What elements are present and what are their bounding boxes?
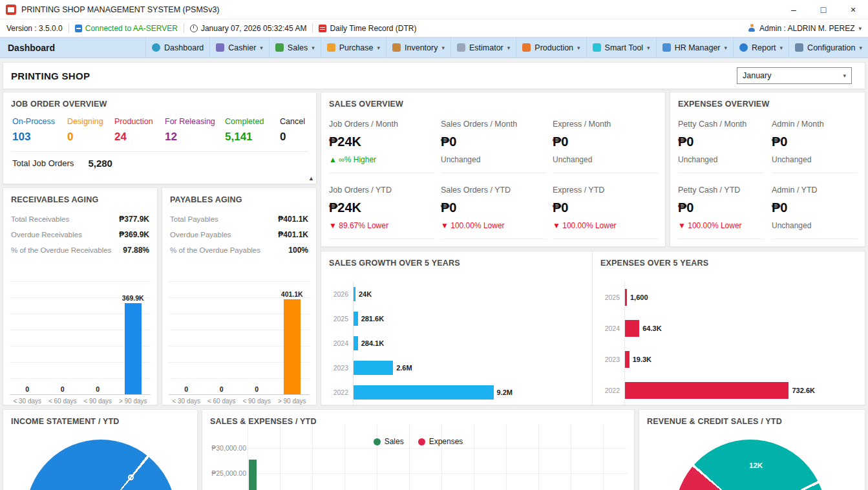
bar-category-label: < 30 days [10, 398, 45, 405]
bar [284, 299, 301, 394]
bar-slot: 0 [239, 266, 275, 394]
card-title: EXPENSES OVER 5 YEARS [593, 251, 865, 268]
bar [125, 303, 142, 394]
nav-item-inventory[interactable]: Inventory ▾ [386, 37, 450, 58]
card-title: SALES OVERVIEW [321, 92, 665, 109]
expenses-metrics-grid: Petty Cash / Month ₱0 Unchanged Admin / … [678, 120, 857, 239]
status-value: 103 [12, 131, 67, 144]
sales-growth-chart: 202624K2025281.6K2024284.1K20232.6M20229… [329, 282, 583, 405]
nav-item-label: Dashboard [164, 43, 204, 52]
metric-change: ▲ ∞% Higher [329, 155, 435, 164]
clock-icon [190, 25, 198, 32]
metric-label: Sales Orders / YTD [441, 186, 547, 195]
purchase-icon [327, 43, 335, 52]
nav-item-estimator[interactable]: Estimator ▾ [450, 37, 516, 58]
separator [184, 23, 184, 33]
summary-row: % of the Overdue Receivables 97.88% [11, 242, 149, 258]
card-title: JOB ORDER OVERVIEW [3, 92, 316, 109]
row-value: 100% [288, 246, 308, 255]
bar-track: 2.6M [353, 356, 583, 380]
bar-slot: 0 [45, 266, 81, 394]
pie-slice-label: 12K [749, 462, 763, 469]
metric-label: Sales Orders / Month [441, 120, 547, 129]
nav-item-sales[interactable]: Sales ▾ [269, 37, 321, 58]
metric-change: Unchanged [772, 221, 858, 230]
receivables-summary: Total Receivables ₱377.9K Overdue Receiv… [11, 211, 149, 258]
close-button[interactable]: × [838, 0, 868, 19]
metric-label: Petty Cash / Month [678, 120, 764, 129]
summary-row: % of the Overdue Payables 100% [170, 242, 308, 258]
bar-category-label: 2022 [329, 389, 348, 396]
user-icon [748, 24, 756, 32]
nav-item-smart-tool[interactable]: Smart Tool ▾ [586, 37, 656, 58]
bar-row: 20251,600 [600, 282, 856, 313]
bar-value-label: 1,600 [630, 293, 648, 301]
metric-sales-orders-month: Sales Orders / Month ₱0 Unchanged [441, 120, 547, 173]
metric-change: Unchanged [678, 155, 764, 164]
scroll-up-icon[interactable]: ▲ [308, 175, 314, 182]
five-year-charts-card: SALES GROWTH OVER 5 YEARS 202624K2025281… [321, 251, 865, 405]
connection-label: Connected to AA-SERVER [85, 24, 178, 33]
dtr-link[interactable]: Daily Time Record (DTR) [319, 24, 416, 33]
bar-category-label: > 90 days [116, 398, 151, 405]
metric-value: ₱0 [441, 134, 547, 149]
bar-track: 732.6K [624, 375, 856, 406]
month-filter-select[interactable]: January ▾ [737, 67, 852, 84]
nav-item-dashboard[interactable]: Dashboard [145, 37, 209, 58]
nav-item-label: Cashier [228, 43, 256, 52]
title-bar: PRINTING SHOP MANAGEMENT SYSTEM (PSMSv3)… [0, 0, 868, 19]
bar [354, 361, 393, 375]
status-label: Completed [225, 117, 280, 126]
bar-slot: 0 [80, 266, 116, 394]
summary-row: Total Receivables ₱377.9K [11, 211, 149, 227]
bar-category-label: > 90 days [275, 398, 310, 405]
income-statement-card: INCOME STATEMENT / YTD [3, 409, 198, 490]
nav-item-hr-manager[interactable]: HR Manager ▾ [656, 37, 733, 58]
metric-job-orders-month: Job Orders / Month ₱24K ▲ ∞% Higher [329, 120, 435, 173]
legend-label: Sales [385, 437, 404, 446]
metric-value: ₱0 [553, 134, 659, 149]
income-pie-chart [26, 440, 176, 490]
chevron-down-icon: ▾ [859, 45, 862, 51]
nav-item-purchase[interactable]: Purchase ▾ [321, 37, 386, 58]
connection-status: Connected to AA-SERVER [75, 24, 178, 33]
payables-aging-chart: 000401.1K< 30 days< 60 days< 90 days> 90… [169, 266, 310, 405]
sales-column-bar [249, 460, 257, 490]
nav-item-configuration[interactable]: Configuration ▾ [789, 37, 868, 58]
bar-value-label: 369.9K [122, 294, 144, 302]
nav-item-production[interactable]: Production ▾ [516, 37, 586, 58]
status-designing: Designing 0 [67, 117, 114, 144]
legend-dot [374, 438, 381, 445]
separator [69, 23, 69, 33]
metric-value: ₱0 [772, 134, 858, 149]
bar-category-label: 2023 [600, 356, 620, 363]
metric-express-ytd: Express / YTD ₱0 ▼ 100.00% Lower [553, 186, 659, 239]
nav-item-report[interactable]: Report ▾ [733, 37, 789, 58]
chevron-down-icon: ▾ [725, 45, 728, 51]
maximize-button[interactable]: □ [809, 0, 838, 19]
job-order-statuses: On-Process 103 Designing 0 Production 24… [12, 117, 307, 144]
status-value: 0 [280, 131, 305, 144]
legend-label: Expenses [429, 437, 463, 446]
status-value: 12 [165, 131, 225, 144]
y-axis-tick: ₱25,000.00 [206, 469, 246, 477]
minimize-button[interactable]: – [779, 0, 809, 19]
sales-expenses-card: SALES & EXPENSES / YTD ₱30,000.00 ₱25,00… [202, 409, 635, 490]
metric-change: Unchanged [772, 155, 858, 164]
bar-row: 202319.3K [600, 344, 856, 375]
receivables-aging-chart: 000369.9K< 30 days< 60 days< 90 days> 90… [10, 266, 151, 405]
bar-category-label: < 90 days [239, 398, 275, 405]
metric-change: ▼ 100.00% Lower [441, 221, 547, 230]
admin-menu[interactable]: Admin : ALDRIN M. PEREZ ▾ [748, 24, 862, 33]
datetime-display: January 07, 2026 05:32:45 AM [190, 24, 306, 33]
bar-chart-categories: < 30 days< 60 days< 90 days> 90 days [169, 398, 310, 405]
nav-item-cashier[interactable]: Cashier ▾ [209, 37, 269, 58]
card-title: REVENUE & CREDIT SALES / YTD [639, 410, 865, 426]
bar [625, 320, 639, 337]
status-label: On-Process [12, 117, 67, 126]
status-production: Production 24 [114, 117, 165, 144]
chevron-down-icon: ▾ [577, 45, 580, 51]
bar [354, 287, 355, 301]
metric-petty-cash-ytd: Petty Cash / YTD ₱0 ▼ 100.00% Lower [678, 186, 764, 239]
datetime-label: January 07, 2026 05:32:45 AM [201, 24, 306, 33]
